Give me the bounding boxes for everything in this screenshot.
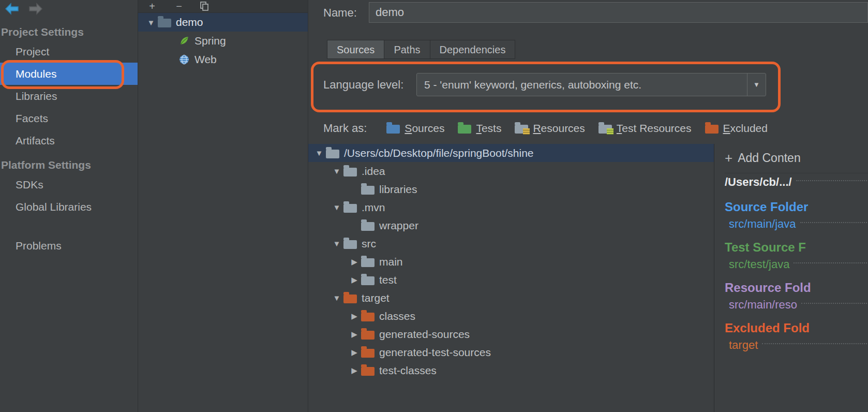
add-content-root-button[interactable]: + Add Conten <box>725 149 868 167</box>
section-header-platform-settings: Platform Settings <box>0 152 138 173</box>
resource-folder-link[interactable]: src/main/reso <box>725 298 868 312</box>
tree-row-target[interactable]: target <box>308 289 714 307</box>
tab-sources[interactable]: Sources <box>327 40 384 59</box>
tree-row-src[interactable]: src <box>308 234 714 253</box>
add-content-root-label: Add Conten <box>738 151 800 165</box>
tree-row-main[interactable]: main <box>308 253 714 271</box>
tree-row-idea[interactable]: .idea <box>308 162 714 180</box>
tab-paths[interactable]: Paths <box>384 40 430 59</box>
tree-row-classes[interactable]: classes <box>308 307 714 325</box>
collapse-icon[interactable] <box>348 366 361 375</box>
excluded-folder-icon <box>361 349 375 358</box>
excluded-folder-icon <box>705 125 719 134</box>
language-level-value: 5 - 'enum' keyword, generics, autoboxing… <box>417 79 747 91</box>
module-row-demo[interactable]: demo <box>138 13 308 32</box>
language-level-select[interactable]: 5 - 'enum' keyword, generics, autoboxing… <box>416 73 766 96</box>
mark-as-sources[interactable]: Sources <box>386 122 444 135</box>
folder-icon <box>361 186 375 195</box>
remove-module-icon[interactable]: − <box>173 1 185 11</box>
tree-label: wrapper <box>379 219 418 232</box>
source-folder-link[interactable]: src/main/java <box>725 217 868 231</box>
sidebar-item-artifacts[interactable]: Artifacts <box>0 129 138 152</box>
collapse-icon[interactable] <box>348 312 361 321</box>
collapse-icon[interactable] <box>348 348 361 357</box>
module-editor: Name: Sources Paths Dependencies Languag… <box>308 0 868 412</box>
module-icon <box>158 19 171 27</box>
expand-icon[interactable] <box>330 167 343 175</box>
mark-as-row: Mark as: Sources Tests Resources Test Re… <box>323 118 781 139</box>
folder-icon <box>326 150 339 158</box>
folder-icon <box>343 240 357 249</box>
module-row-web[interactable]: Web <box>138 50 308 69</box>
add-module-icon[interactable]: + <box>146 1 158 11</box>
excluded-folder-icon <box>361 331 375 340</box>
excluded-folders-title: Excluded Fold <box>725 321 868 335</box>
tree-row-root[interactable]: /Users/cb/Desktop/file/springBoot/shine <box>308 144 714 162</box>
sidebar-item-global-libraries[interactable]: Global Libraries <box>0 196 138 218</box>
editor-tabs: Sources Paths Dependencies <box>327 40 515 59</box>
folder-icon <box>361 222 375 231</box>
tree-row-mvn[interactable]: .mvn <box>308 198 714 216</box>
spring-leaf-icon <box>178 35 190 47</box>
content-root-path-header: /Users/cb/.../ <box>725 173 868 190</box>
source-folder-icon <box>386 125 400 134</box>
tree-label: .mvn <box>362 201 385 214</box>
expand-icon[interactable] <box>330 293 343 302</box>
tree-row-test[interactable]: test <box>308 271 714 289</box>
module-row-spring[interactable]: Spring <box>138 32 308 50</box>
mark-as-excluded[interactable]: Excluded <box>705 122 768 135</box>
chevron-down-icon[interactable]: ▼ <box>747 73 766 96</box>
mark-as-test-resources[interactable]: Test Resources <box>598 122 692 135</box>
copy-module-icon[interactable] <box>200 2 212 11</box>
sidebar-item-libraries[interactable]: Libraries <box>0 85 138 107</box>
tree-label: /Users/cb/Desktop/file/springBoot/shine <box>344 147 534 159</box>
tree-row-libraries[interactable]: libraries <box>308 180 714 198</box>
sidebar-item-project[interactable]: Project <box>0 40 138 63</box>
collapse-icon[interactable] <box>348 330 361 339</box>
web-globe-icon <box>178 54 190 65</box>
excluded-folder-icon <box>361 313 375 321</box>
module-name-input[interactable] <box>369 2 868 23</box>
sidebar-item-modules[interactable]: Modules <box>0 63 138 85</box>
expand-icon[interactable] <box>312 149 326 157</box>
tree-row-test-classes[interactable]: test-classes <box>308 361 714 379</box>
expand-icon[interactable] <box>144 18 158 27</box>
tree-row-generated-test-sources[interactable]: generated-test-sources <box>308 343 714 361</box>
test-folder-icon <box>458 125 471 134</box>
excluded-folder-icon <box>343 295 357 303</box>
expand-icon[interactable] <box>330 203 343 212</box>
nav-arrows <box>0 0 138 19</box>
collapse-icon[interactable] <box>348 275 361 285</box>
modules-toolbar: + − <box>138 0 308 13</box>
excluded-folder-link[interactable]: target <box>725 339 868 352</box>
test-resource-folder-icon <box>598 125 612 134</box>
tab-dependencies[interactable]: Dependencies <box>430 40 516 59</box>
sidebar-item-facets[interactable]: Facets <box>0 107 138 129</box>
module-label: demo <box>176 16 203 28</box>
mark-as-tests[interactable]: Tests <box>458 122 501 135</box>
resource-folders-title: Resource Fold <box>725 281 868 295</box>
source-folders-title: Source Folder <box>725 200 868 214</box>
collapse-icon[interactable] <box>348 257 361 267</box>
tree-label: test <box>379 274 397 286</box>
tree-row-wrapper[interactable]: wrapper <box>308 216 714 234</box>
mark-as-resources[interactable]: Resources <box>515 122 585 135</box>
back-arrow-icon[interactable] <box>4 2 20 16</box>
modules-list-panel: + − demo Spring Web <box>138 0 308 412</box>
sidebar-item-problems[interactable]: Problems <box>0 234 138 257</box>
test-source-folders-title: Test Source F <box>725 240 868 255</box>
sidebar-item-sdks[interactable]: SDKs <box>0 173 138 196</box>
forward-arrow-icon[interactable] <box>28 2 43 16</box>
folder-icon <box>343 204 357 213</box>
facet-label: Web <box>194 53 217 66</box>
expand-icon[interactable] <box>330 239 343 248</box>
tree-label: main <box>379 256 403 268</box>
tree-row-generated-sources[interactable]: generated-sources <box>308 325 714 343</box>
tree-label: target <box>362 292 390 304</box>
excluded-folder-icon <box>361 367 375 376</box>
resource-folder-icon <box>515 125 528 134</box>
facet-label: Spring <box>194 35 226 47</box>
test-source-folder-link[interactable]: src/test/java <box>725 258 868 271</box>
name-label: Name: <box>323 6 357 20</box>
mark-as-label: Mark as: <box>323 122 367 135</box>
